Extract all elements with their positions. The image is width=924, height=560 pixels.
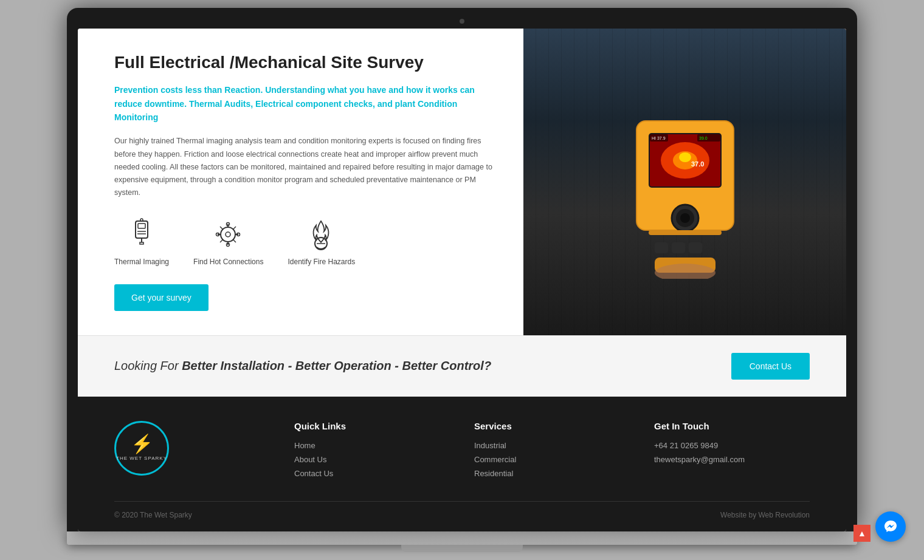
svg-text:HI 37.9: HI 37.9 — [652, 136, 666, 140]
icons-row: Thermal Imaging — [114, 218, 493, 266]
laptop-base — [67, 531, 857, 545]
chevron-up-icon: ▲ — [858, 528, 866, 538]
svg-text:39.0: 39.0 — [699, 136, 708, 140]
svg-text:37.0: 37.0 — [691, 160, 704, 168]
hero-image-bg: HI 37.9 39.0 37.0 — [523, 29, 846, 335]
hero-content: Full Electrical /Mechanical Site Survey … — [78, 29, 523, 335]
cta-banner: Looking For Better Installation - Better… — [78, 335, 846, 397]
hero-section: Full Electrical /Mechanical Site Survey … — [78, 29, 846, 335]
footer-link-about[interactable]: About Us — [294, 455, 450, 464]
footer-services: Services Industrial Commercial Residenti… — [474, 421, 630, 483]
svg-point-3 — [140, 219, 143, 221]
lightning-bolt-icon: ⚡ — [131, 435, 153, 453]
fire-label: Identify Fire Hazards — [288, 258, 355, 266]
footer-grid: ⚡ THE WET SPARKY Quick Links Home About … — [114, 421, 810, 483]
svg-rect-38 — [655, 242, 668, 253]
hero-description: Our highly trained Thermal imaging analy… — [114, 135, 493, 199]
svg-point-8 — [226, 232, 230, 237]
footer-logo-area: ⚡ THE WET SPARKY — [114, 421, 270, 483]
footer-email: thewetsparky@gmail.com — [654, 455, 810, 464]
connections-label: Find Hot Connections — [193, 258, 263, 266]
cta-text: Looking For Better Installation - Better… — [114, 359, 491, 373]
services-title: Services — [474, 421, 630, 431]
contact-us-button[interactable]: Contact Us — [731, 353, 810, 380]
svg-line-15 — [220, 239, 223, 242]
footer-link-contact[interactable]: Contact Us — [294, 469, 450, 478]
laptop-screen: Full Electrical /Mechanical Site Survey … — [78, 29, 846, 531]
footer-credit: Website by Web Revolution — [720, 511, 810, 519]
thermal-label: Thermal Imaging — [114, 258, 169, 266]
footer-link-residential[interactable]: Residential — [474, 469, 630, 478]
hero-image: HI 37.9 39.0 37.0 — [523, 29, 846, 335]
footer-link-commercial[interactable]: Commercial — [474, 455, 630, 464]
svg-rect-39 — [672, 242, 685, 253]
footer-phone: +64 21 0265 9849 — [654, 441, 810, 450]
hero-subtitle: Prevention costs less than Reaction. Und… — [114, 83, 493, 124]
footer-quick-links: Quick Links Home About Us Contact Us — [294, 421, 450, 483]
cta-prefix: Looking For — [114, 359, 182, 372]
footer-logo: ⚡ THE WET SPARKY — [114, 421, 169, 476]
screen-bezel: Full Electrical /Mechanical Site Survey … — [67, 8, 857, 531]
footer-logo-text: THE WET SPARKY — [116, 456, 167, 461]
svg-line-16 — [233, 239, 236, 242]
laptop-frame: Full Electrical /Mechanical Site Survey … — [67, 8, 857, 551]
svg-rect-1 — [138, 224, 145, 228]
svg-rect-40 — [689, 242, 702, 253]
cta-bold: Better Installation - Better Operation -… — [182, 359, 491, 372]
scroll-top-button[interactable]: ▲ — [853, 525, 871, 542]
svg-line-14 — [233, 227, 236, 230]
hero-title: Full Electrical /Mechanical Site Survey — [114, 53, 493, 72]
messenger-button[interactable] — [875, 511, 906, 542]
footer: ⚡ THE WET SPARKY Quick Links Home About … — [78, 397, 846, 531]
footer-link-home[interactable]: Home — [294, 441, 450, 450]
svg-point-29 — [679, 152, 691, 162]
get-survey-button[interactable]: Get your survey — [114, 284, 209, 311]
svg-point-37 — [680, 213, 690, 223]
footer-link-industrial[interactable]: Industrial — [474, 441, 630, 450]
fire-icon-item: Identify Fire Hazards — [288, 218, 355, 266]
svg-rect-6 — [140, 242, 143, 244]
footer-get-in-touch: Get In Touch +64 21 0265 9849 thewetspar… — [654, 421, 810, 483]
website-content: Full Electrical /Mechanical Site Survey … — [78, 29, 846, 531]
footer-bottom: © 2020 The Wet Sparky Website by Web Rev… — [114, 501, 810, 519]
thermal-icon-item: Thermal Imaging — [114, 218, 169, 266]
connections-icon-item: Find Hot Connections — [193, 218, 263, 266]
find-connections-icon — [212, 218, 245, 251]
webcam — [460, 19, 464, 24]
thermal-imaging-icon — [125, 218, 159, 251]
svg-line-13 — [220, 227, 223, 230]
get-in-touch-title: Get In Touch — [654, 421, 810, 431]
laptop-stand — [401, 545, 523, 552]
fire-hazard-icon — [305, 218, 338, 251]
svg-rect-41 — [649, 230, 722, 235]
quick-links-title: Quick Links — [294, 421, 450, 431]
footer-copyright: © 2020 The Wet Sparky — [114, 511, 192, 519]
